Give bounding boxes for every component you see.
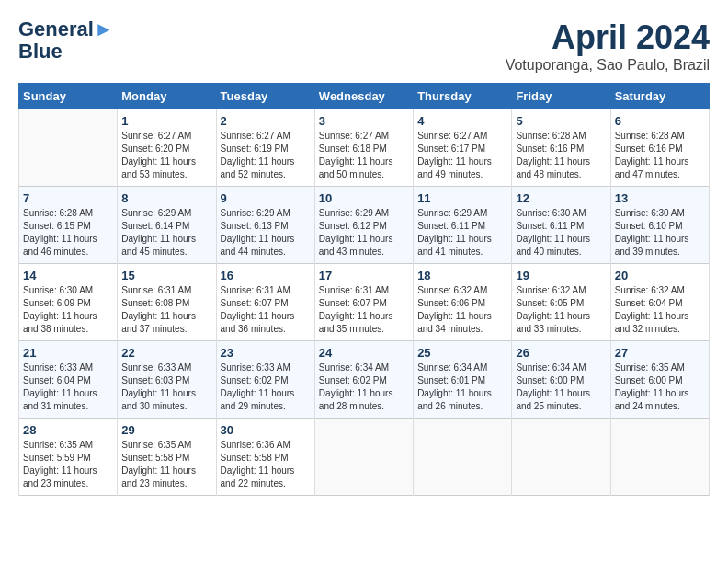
calendar-week-row: 1Sunrise: 6:27 AMSunset: 6:20 PMDaylight… xyxy=(19,109,710,187)
day-number: 18 xyxy=(417,269,507,282)
header-day-tuesday: Tuesday xyxy=(216,84,314,109)
calendar-cell xyxy=(610,419,709,496)
calendar-cell: 16Sunrise: 6:31 AMSunset: 6:07 PMDayligh… xyxy=(216,264,314,341)
day-number: 13 xyxy=(615,191,705,205)
calendar-week-row: 7Sunrise: 6:28 AMSunset: 6:15 PMDaylight… xyxy=(19,187,710,264)
day-info: Sunrise: 6:27 AMSunset: 6:17 PMDaylight:… xyxy=(417,130,507,181)
day-number: 9 xyxy=(221,191,311,205)
day-info: Sunrise: 6:29 AMSunset: 6:13 PMDaylight:… xyxy=(221,207,311,259)
calendar-cell: 19Sunrise: 6:32 AMSunset: 6:05 PMDayligh… xyxy=(512,264,610,341)
day-number: 22 xyxy=(121,346,211,360)
header-day-wednesday: Wednesday xyxy=(314,84,413,109)
day-info: Sunrise: 6:33 AMSunset: 6:02 PMDaylight:… xyxy=(221,362,311,413)
day-number: 30 xyxy=(221,423,311,437)
day-info: Sunrise: 6:34 AMSunset: 6:01 PMDaylight:… xyxy=(417,362,507,413)
title-block: April 2024 Votuporanga, Sao Paulo, Brazi… xyxy=(506,18,710,74)
calendar-table: SundayMondayTuesdayWednesdayThursdayFrid… xyxy=(18,83,710,496)
header-day-sunday: Sunday xyxy=(19,84,118,109)
calendar-cell: 29Sunrise: 6:35 AMSunset: 5:58 PMDayligh… xyxy=(118,419,216,496)
calendar-cell: 2Sunrise: 6:27 AMSunset: 6:19 PMDaylight… xyxy=(216,109,314,187)
day-info: Sunrise: 6:34 AMSunset: 6:02 PMDaylight:… xyxy=(319,362,409,413)
calendar-cell: 22Sunrise: 6:33 AMSunset: 6:03 PMDayligh… xyxy=(118,341,216,419)
day-number: 29 xyxy=(121,423,211,437)
day-number: 1 xyxy=(121,114,211,128)
header-day-friday: Friday xyxy=(512,84,610,109)
calendar-cell: 20Sunrise: 6:32 AMSunset: 6:04 PMDayligh… xyxy=(610,264,709,341)
calendar-cell: 26Sunrise: 6:34 AMSunset: 6:00 PMDayligh… xyxy=(512,341,610,419)
day-number: 5 xyxy=(516,114,606,128)
calendar-cell: 10Sunrise: 6:29 AMSunset: 6:12 PMDayligh… xyxy=(314,187,413,264)
calendar-cell: 9Sunrise: 6:29 AMSunset: 6:13 PMDaylight… xyxy=(216,187,314,264)
calendar-week-row: 28Sunrise: 6:35 AMSunset: 5:59 PMDayligh… xyxy=(19,419,710,496)
day-number: 15 xyxy=(121,269,211,282)
day-number: 26 xyxy=(516,346,606,360)
logo-text: General►Blue xyxy=(18,18,114,63)
page-header: General►Blue April 2024 Votuporanga, Sao… xyxy=(18,18,710,74)
calendar-cell: 30Sunrise: 6:36 AMSunset: 5:58 PMDayligh… xyxy=(216,419,314,496)
day-info: Sunrise: 6:33 AMSunset: 6:04 PMDaylight:… xyxy=(23,362,113,413)
day-number: 28 xyxy=(23,423,113,437)
day-number: 25 xyxy=(417,346,507,360)
day-info: Sunrise: 6:36 AMSunset: 5:58 PMDaylight:… xyxy=(221,439,311,490)
calendar-cell: 18Sunrise: 6:32 AMSunset: 6:06 PMDayligh… xyxy=(414,264,512,341)
day-number: 19 xyxy=(516,269,606,282)
day-number: 21 xyxy=(23,346,113,360)
day-number: 6 xyxy=(615,114,705,128)
day-info: Sunrise: 6:31 AMSunset: 6:07 PMDaylight:… xyxy=(319,284,409,336)
day-number: 11 xyxy=(417,191,507,205)
calendar-cell: 23Sunrise: 6:33 AMSunset: 6:02 PMDayligh… xyxy=(216,341,314,419)
calendar-week-row: 21Sunrise: 6:33 AMSunset: 6:04 PMDayligh… xyxy=(19,341,710,419)
header-day-monday: Monday xyxy=(118,84,216,109)
calendar-cell: 14Sunrise: 6:30 AMSunset: 6:09 PMDayligh… xyxy=(19,264,118,341)
day-info: Sunrise: 6:35 AMSunset: 5:59 PMDaylight:… xyxy=(23,439,113,490)
calendar-week-row: 14Sunrise: 6:30 AMSunset: 6:09 PMDayligh… xyxy=(19,264,710,341)
day-number: 2 xyxy=(221,114,311,128)
calendar-cell: 25Sunrise: 6:34 AMSunset: 6:01 PMDayligh… xyxy=(414,341,512,419)
calendar-cell: 11Sunrise: 6:29 AMSunset: 6:11 PMDayligh… xyxy=(414,187,512,264)
day-info: Sunrise: 6:27 AMSunset: 6:20 PMDaylight:… xyxy=(121,130,211,181)
calendar-cell xyxy=(414,419,512,496)
calendar-cell: 28Sunrise: 6:35 AMSunset: 5:59 PMDayligh… xyxy=(19,419,118,496)
calendar-cell: 4Sunrise: 6:27 AMSunset: 6:17 PMDaylight… xyxy=(414,109,512,187)
header-day-saturday: Saturday xyxy=(610,84,709,109)
day-info: Sunrise: 6:29 AMSunset: 6:11 PMDaylight:… xyxy=(417,207,507,259)
calendar-cell: 1Sunrise: 6:27 AMSunset: 6:20 PMDaylight… xyxy=(118,109,216,187)
calendar-cell xyxy=(19,109,118,187)
day-info: Sunrise: 6:30 AMSunset: 6:11 PMDaylight:… xyxy=(516,207,606,259)
day-info: Sunrise: 6:35 AMSunset: 5:58 PMDaylight:… xyxy=(121,439,211,490)
day-number: 8 xyxy=(121,191,211,205)
day-info: Sunrise: 6:27 AMSunset: 6:19 PMDaylight:… xyxy=(221,130,311,181)
day-info: Sunrise: 6:32 AMSunset: 6:06 PMDaylight:… xyxy=(417,284,507,336)
calendar-cell xyxy=(512,419,610,496)
day-info: Sunrise: 6:29 AMSunset: 6:12 PMDaylight:… xyxy=(319,207,409,259)
day-info: Sunrise: 6:28 AMSunset: 6:15 PMDaylight:… xyxy=(23,207,113,259)
day-number: 7 xyxy=(23,191,113,205)
day-info: Sunrise: 6:32 AMSunset: 6:04 PMDaylight:… xyxy=(615,284,705,336)
day-info: Sunrise: 6:31 AMSunset: 6:07 PMDaylight:… xyxy=(221,284,311,336)
day-number: 4 xyxy=(417,114,507,128)
calendar-cell: 6Sunrise: 6:28 AMSunset: 6:16 PMDaylight… xyxy=(610,109,709,187)
day-info: Sunrise: 6:29 AMSunset: 6:14 PMDaylight:… xyxy=(121,207,211,259)
day-info: Sunrise: 6:31 AMSunset: 6:08 PMDaylight:… xyxy=(121,284,211,336)
location: Votuporanga, Sao Paulo, Brazil xyxy=(506,57,710,74)
calendar-cell: 7Sunrise: 6:28 AMSunset: 6:15 PMDaylight… xyxy=(19,187,118,264)
day-info: Sunrise: 6:30 AMSunset: 6:09 PMDaylight:… xyxy=(23,284,113,336)
calendar-cell: 21Sunrise: 6:33 AMSunset: 6:04 PMDayligh… xyxy=(19,341,118,419)
calendar-cell: 5Sunrise: 6:28 AMSunset: 6:16 PMDaylight… xyxy=(512,109,610,187)
day-number: 24 xyxy=(319,346,409,360)
day-number: 20 xyxy=(615,269,705,282)
day-number: 12 xyxy=(516,191,606,205)
day-info: Sunrise: 6:34 AMSunset: 6:00 PMDaylight:… xyxy=(516,362,606,413)
day-info: Sunrise: 6:30 AMSunset: 6:10 PMDaylight:… xyxy=(615,207,705,259)
calendar-cell: 24Sunrise: 6:34 AMSunset: 6:02 PMDayligh… xyxy=(314,341,413,419)
day-number: 10 xyxy=(319,191,409,205)
calendar-cell: 3Sunrise: 6:27 AMSunset: 6:18 PMDaylight… xyxy=(314,109,413,187)
day-number: 16 xyxy=(221,269,311,282)
day-info: Sunrise: 6:27 AMSunset: 6:18 PMDaylight:… xyxy=(319,130,409,181)
day-info: Sunrise: 6:28 AMSunset: 6:16 PMDaylight:… xyxy=(615,130,705,181)
calendar-cell: 12Sunrise: 6:30 AMSunset: 6:11 PMDayligh… xyxy=(512,187,610,264)
header-day-thursday: Thursday xyxy=(414,84,512,109)
day-info: Sunrise: 6:35 AMSunset: 6:00 PMDaylight:… xyxy=(615,362,705,413)
calendar-cell: 15Sunrise: 6:31 AMSunset: 6:08 PMDayligh… xyxy=(118,264,216,341)
calendar-cell: 13Sunrise: 6:30 AMSunset: 6:10 PMDayligh… xyxy=(610,187,709,264)
